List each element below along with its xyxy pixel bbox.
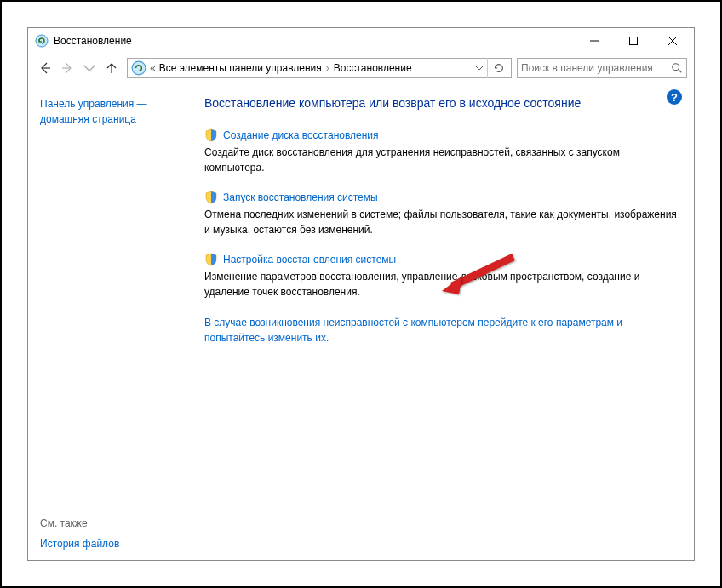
configure-system-restore-link[interactable]: Настройка восстановления системы [223,254,396,265]
window: Восстановление [27,27,695,561]
content-area: ? Панель управления — домашняя страница … [28,83,694,560]
page-heading: Восстановление компьютера или возврат ег… [204,96,679,110]
refresh-button[interactable] [487,58,509,78]
window-title: Восстановление [54,35,575,47]
file-history-link[interactable]: История файлов [40,538,189,550]
create-recovery-drive-desc: Создайте диск восстановления для устране… [204,145,679,175]
sidebar: Панель управления — домашняя страница См… [40,93,198,550]
titlebar: Восстановление [28,28,694,54]
svg-line-9 [679,70,682,73]
troubleshoot-link[interactable]: В случае возникновения неисправностей с … [204,317,622,344]
maximize-button[interactable] [614,28,653,54]
breadcrumb-lead: « [148,62,156,74]
svg-point-0 [36,35,48,47]
shield-icon [204,128,218,142]
breadcrumb-recovery[interactable]: Восстановление [330,62,415,74]
option-configure-restore: Настройка восстановления системы Изменен… [204,253,679,300]
address-bar[interactable]: « Все элементы панели управления › Восст… [127,58,512,78]
svg-point-8 [673,64,679,71]
shield-icon [204,253,218,266]
recovery-app-icon [35,34,49,48]
see-also-label: См. также [40,517,189,529]
option-system-restore: Запуск восстановления системы Отмена пос… [204,191,679,237]
svg-rect-2 [630,37,638,45]
search-box[interactable] [517,58,687,78]
minimize-button[interactable] [575,28,614,54]
search-input[interactable] [521,62,671,74]
up-button[interactable] [101,58,122,78]
recent-dropdown[interactable] [79,58,100,78]
help-icon[interactable]: ? [667,89,682,105]
configure-system-restore-desc: Изменение параметров восстановления, упр… [204,269,679,300]
location-icon [131,60,146,76]
navbar: « Все элементы панели управления › Восст… [28,54,694,83]
troubleshoot-note: В случае возникновения неисправностей с … [204,315,679,345]
create-recovery-drive-link[interactable]: Создание диска восстановления [223,129,379,141]
main-panel: Восстановление компьютера или возврат ег… [198,93,682,550]
search-icon[interactable] [671,62,683,74]
open-system-restore-link[interactable]: Запуск восстановления системы [223,191,378,203]
svg-point-7 [132,61,146,75]
option-create-recovery-drive: Создание диска восстановления Создайте д… [204,128,679,175]
forward-button[interactable] [57,58,77,78]
close-button[interactable] [653,28,692,54]
back-button[interactable] [35,58,55,78]
address-dropdown[interactable] [472,64,487,72]
open-system-restore-desc: Отмена последних изменений в системе; фа… [204,207,679,237]
control-panel-home-link[interactable]: Панель управления — домашняя страница [40,96,189,127]
shield-icon [204,191,218,204]
breadcrumb-all-items[interactable]: Все элементы панели управления [156,62,325,74]
